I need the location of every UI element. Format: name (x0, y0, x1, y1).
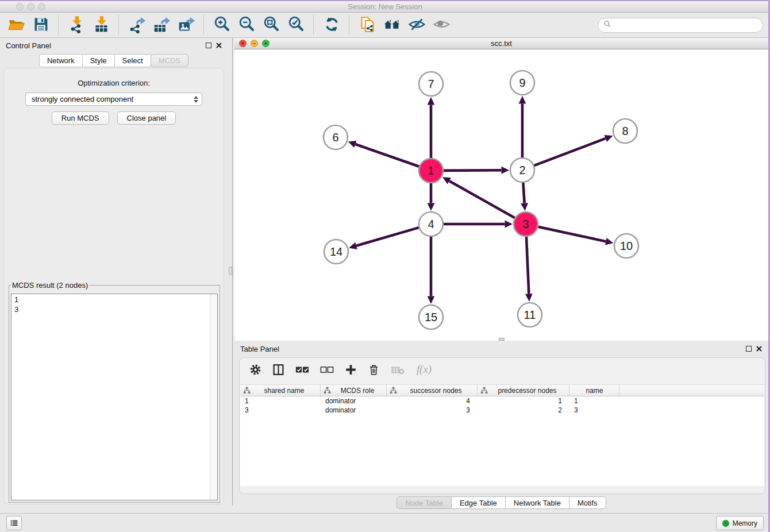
control-panel: Control Panel NetworkStyleSelectMCDS Opt… (0, 38, 228, 506)
node-label-8: 8 (622, 125, 628, 137)
arrowhead-4-3 (505, 221, 513, 228)
hide-selected-button[interactable] (405, 14, 428, 36)
show-panels-button[interactable] (6, 516, 22, 530)
edge-2-3[interactable] (523, 183, 524, 203)
table-row[interactable]: 1dominator411 (240, 396, 764, 406)
add-column-button[interactable] (345, 364, 357, 377)
tab-mcds[interactable]: MCDS (151, 54, 188, 67)
search-input[interactable] (614, 19, 763, 32)
show-all-icon (433, 16, 451, 35)
save-session-button[interactable] (29, 14, 52, 36)
arrowhead-2-9 (519, 96, 526, 104)
table-panel-float-button[interactable] (746, 345, 753, 352)
table-row[interactable]: 3dominator323 (240, 406, 764, 415)
maximize-window-button[interactable] (38, 3, 45, 10)
control-panel-float-button[interactable] (206, 42, 213, 49)
edge-3-1[interactable] (449, 181, 515, 218)
close-mcds-panel-button[interactable]: Close panel (117, 111, 176, 125)
search-field[interactable] (598, 18, 763, 33)
mcds-result-text[interactable]: 13 (11, 294, 210, 500)
network-minimize-button[interactable]: − (251, 40, 258, 47)
zoom-selected-button[interactable] (284, 14, 307, 36)
memory-button[interactable]: Memory (716, 516, 764, 530)
unselect-all-columns-button[interactable] (320, 365, 334, 376)
first-neighbors-button[interactable] (380, 14, 403, 36)
tab-network-table[interactable]: Network Table (505, 496, 569, 509)
control-panel-header: Control Panel (0, 38, 228, 53)
node-label-3: 3 (522, 218, 529, 230)
network-view-window: × − + scc.txt 7968124314101511 (234, 38, 768, 341)
zoom-out-button[interactable] (235, 14, 258, 36)
criterion-select[interactable]: strongly connected component (25, 92, 202, 106)
table-cell: dominator (321, 406, 387, 414)
control-panel-tabs: NetworkStyleSelectMCDS (0, 53, 228, 68)
refresh-button[interactable] (320, 14, 343, 36)
edge-3-10[interactable] (538, 227, 606, 242)
table-panel-close-button[interactable] (756, 345, 763, 352)
import-network-button[interactable] (65, 14, 88, 36)
edge-1-6[interactable] (355, 144, 419, 167)
mcds-result-group: MCDS result (2 nodes) 13 (9, 281, 220, 503)
minimize-window-button[interactable] (27, 3, 34, 10)
run-mcds-button[interactable]: Run MCDS (52, 111, 109, 125)
main-toolbar (0, 13, 770, 38)
export-table-button[interactable] (150, 14, 173, 36)
column-layout-icon (272, 364, 284, 377)
delete-column-button[interactable] (368, 364, 380, 377)
column-header-mcds-role[interactable]: MCDS role (321, 385, 387, 396)
open-file-button[interactable] (5, 14, 28, 36)
table-panel-header: Table Panel (234, 341, 768, 356)
node-label-9: 9 (519, 76, 525, 89)
splitter-handle[interactable] (229, 267, 232, 275)
tab-edge-table[interactable]: Edge Table (451, 496, 506, 509)
delete-table-icon (391, 365, 405, 377)
toolbar-separator (313, 16, 314, 35)
column-header-label: predecessor nodes (488, 387, 569, 395)
edge-2-8[interactable] (534, 138, 606, 165)
column-header-successor-nodes[interactable]: successor nodes (387, 385, 478, 396)
edge-4-14[interactable] (356, 228, 419, 246)
column-header-shared-name[interactable]: shared name (240, 385, 321, 396)
zoom-in-button[interactable] (210, 14, 233, 36)
import-table-button[interactable] (90, 14, 113, 36)
control-panel-close-button[interactable] (215, 41, 222, 48)
node-label-1: 1 (428, 164, 434, 177)
import-network-icon (68, 16, 86, 35)
column-header-name[interactable]: name (569, 385, 619, 396)
column-header-predecessor-nodes[interactable]: predecessor nodes (478, 385, 569, 396)
table-header-row: shared nameMCDS rolesuccessor nodesprede… (240, 384, 764, 396)
vertical-splitter[interactable] (228, 38, 234, 506)
edge-1-2[interactable] (444, 170, 502, 171)
export-image-button[interactable] (175, 14, 198, 36)
import-table-icon (93, 16, 110, 35)
select-all-columns-button[interactable] (295, 365, 309, 376)
clone-network-button[interactable] (356, 14, 379, 36)
node-label-15: 15 (425, 311, 437, 323)
tab-select[interactable]: Select (114, 54, 151, 67)
table-body: 1dominator4113dominator323 (240, 396, 764, 415)
tab-node-table[interactable]: Node Table (396, 496, 452, 509)
network-maximize-button[interactable]: + (262, 40, 270, 47)
export-network-button[interactable] (125, 14, 148, 36)
network-window-titlebar[interactable]: × − + scc.txt (234, 38, 768, 49)
float-icon (746, 346, 752, 352)
tab-style[interactable]: Style (82, 54, 115, 67)
table-settings-button[interactable] (249, 364, 261, 377)
tab-motifs[interactable]: Motifs (569, 496, 606, 509)
arrowhead-1-4 (428, 203, 435, 211)
list-icon (10, 519, 18, 527)
window-titlebar[interactable]: Session: New Session (0, 1, 770, 13)
network-close-button[interactable]: × (239, 40, 247, 47)
close-window-button[interactable] (16, 3, 24, 10)
result-line: 1 (14, 295, 207, 304)
zoom-out-icon (238, 16, 256, 35)
node-label-6: 6 (332, 131, 338, 144)
network-canvas[interactable]: 7968124314101511 (234, 49, 768, 341)
mcds-result-scrollbar[interactable] (210, 294, 218, 500)
zoom-in-icon (213, 16, 231, 35)
column-layout-button[interactable] (272, 364, 284, 377)
zoom-fit-button[interactable] (260, 14, 283, 36)
tab-network[interactable]: Network (39, 54, 83, 67)
edge-3-11[interactable] (526, 237, 529, 294)
canvas-resize-grip[interactable] (499, 338, 505, 341)
